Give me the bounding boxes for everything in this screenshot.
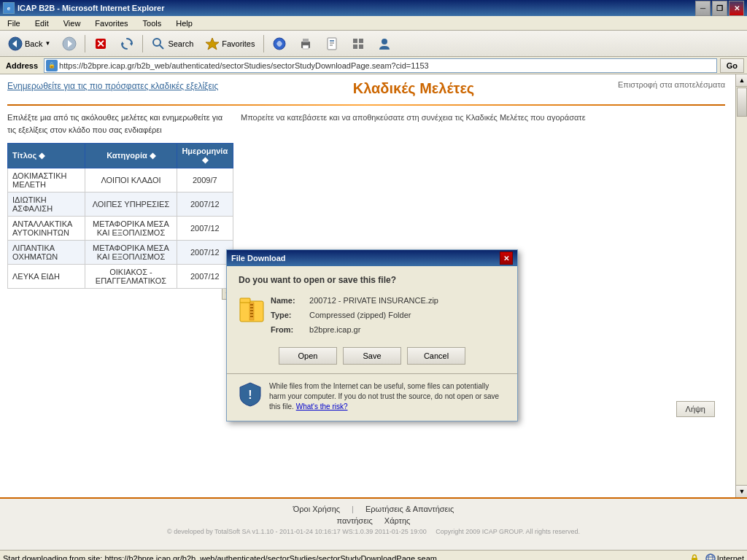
scroll-thumb[interactable] bbox=[737, 88, 747, 117]
col-date: Ημερομηνία ◆ bbox=[177, 144, 233, 168]
back-button[interactable]: Back ▼ bbox=[3, 33, 55, 55]
menu-bar: File Edit View Favorites Tools Help bbox=[0, 16, 747, 31]
zone-label: Internet bbox=[717, 554, 744, 561]
footer-links-2: παντήσεις Χάρτης bbox=[15, 516, 732, 525]
dialog-title-bar: File Download ✕ bbox=[227, 250, 517, 266]
page-icon bbox=[325, 36, 339, 51]
scroll-down-arrow[interactable]: ▼ bbox=[736, 485, 747, 497]
dialog-close-button[interactable]: ✕ bbox=[500, 252, 513, 265]
cell-date: 2007/12 bbox=[177, 192, 233, 217]
file-name-row: Name: 200712 - PRIVATE INSURANCE.zip bbox=[271, 294, 438, 308]
back-icon bbox=[8, 36, 23, 51]
dialog-separator bbox=[227, 373, 517, 374]
footer-faq-link[interactable]: Ερωτήσεις & Απαντήσεις bbox=[365, 505, 454, 513]
back-dropdown-icon[interactable]: ▼ bbox=[44, 40, 50, 47]
table-row[interactable]: ΛΕΥΚΑ ΕΙΔΗ ΟΙΚΙΑΚΟΣ - ΕΠΑΓΓΕΛΜΑΤΙΚΟΣ 200… bbox=[8, 265, 233, 289]
menu-favorites[interactable]: Favorites bbox=[90, 18, 132, 29]
shield-icon: ! bbox=[239, 381, 262, 405]
cell-date: 2007/12 bbox=[177, 265, 233, 289]
cell-title: ΑΝΤΑΛΛΑΚΤΙΚΑ ΑΥΤΟΚΙΝΗΤΩΝ bbox=[8, 217, 85, 241]
scroll-up-arrow[interactable]: ▲ bbox=[736, 74, 747, 87]
table-row[interactable]: ΔΟΚΙΜΑΣΤΙΚΗ ΜΕΛΕΤΗ ΛΟΙΠΟΙ ΚΛΑΔΟΙ 2009/7 bbox=[8, 168, 233, 192]
print-icon bbox=[298, 36, 313, 51]
table-row[interactable]: ΛΙΠΑΝΤΙΚΑ ΟΧΗΜΑΤΩΝ ΜΕΤΑΦΟΡΙΚΑ ΜΕΣΑ ΚΑΙ Ε… bbox=[8, 241, 233, 265]
back-results-link[interactable]: Επιστροφή στα αποτελέσματα bbox=[618, 80, 725, 89]
user-button[interactable] bbox=[372, 33, 397, 55]
forward-button[interactable] bbox=[57, 33, 82, 55]
table-row[interactable]: ΑΝΤΑΛΛΑΚΤΙΚΑ ΑΥΤΟΚΙΝΗΤΩΝ ΜΕΤΑΦΟΡΙΚΑ ΜΕΣΑ… bbox=[8, 217, 233, 241]
cancel-button[interactable]: Cancel bbox=[407, 347, 465, 365]
zone-indicator: Internet bbox=[705, 553, 744, 561]
address-bar: Address 🔒 https://b2bpre.icap.gr/b2b_web… bbox=[0, 57, 747, 74]
left-column: Επιλέξτε μια από τις ακόλουθες μελέτες κ… bbox=[7, 112, 233, 300]
cell-category: ΜΕΤΑΦΟΡΙΚΑ ΜΕΣΑ ΚΑΙ ΕΞΟΠΛΙΣΜΟΣ bbox=[85, 217, 177, 241]
svg-rect-14 bbox=[303, 45, 309, 49]
cell-category: ΛΟΙΠΕΣ ΥΠΗΡΕΣΙΕΣ bbox=[85, 192, 177, 217]
menu-view[interactable]: View bbox=[59, 18, 85, 29]
page-button[interactable] bbox=[320, 33, 344, 55]
page-header-row: Ενημερωθείτε για τις πιο πρόσφατες κλαδι… bbox=[7, 80, 725, 100]
footer-links: Όροι Χρήσης | Ερωτήσεις & Απαντήσεις bbox=[15, 505, 732, 513]
address-url[interactable]: https://b2bpre.icap.gr/b2b_web/authentic… bbox=[59, 61, 429, 70]
toolbar-separator-2 bbox=[142, 35, 143, 52]
stop-button[interactable]: ✕ bbox=[88, 33, 113, 55]
svg-text:✕: ✕ bbox=[96, 38, 105, 50]
svg-rect-25 bbox=[240, 298, 250, 303]
address-label: Address bbox=[3, 61, 41, 70]
file-from-value: b2bpre.icap.gr bbox=[309, 325, 360, 334]
main-scrollbar[interactable]: ▲ ▼ bbox=[735, 74, 747, 497]
warning-link[interactable]: What's the risk? bbox=[296, 402, 348, 411]
cell-date: 2007/12 bbox=[177, 241, 233, 265]
lift-button[interactable]: Λήψη bbox=[676, 401, 715, 417]
search-button[interactable]: Search bbox=[146, 33, 198, 55]
svg-rect-28 bbox=[250, 307, 253, 308]
footer-terms-link[interactable]: Όροι Χρήσης bbox=[293, 505, 340, 513]
right-text: Μπορείτε να κατεβάσετε και να αποθηκεύσα… bbox=[241, 113, 586, 122]
svg-rect-21 bbox=[353, 44, 357, 49]
cell-category: ΟΙΚΙΑΚΟΣ - ΕΠΑΓΓΕΛΜΑΤΙΚΟΣ bbox=[85, 265, 177, 289]
desc-text: Επιλέξτε μια από τις ακόλουθες μελέτες κ… bbox=[7, 112, 233, 136]
open-button[interactable]: Open bbox=[279, 347, 337, 365]
favorites-button[interactable]: Favorites bbox=[200, 33, 260, 55]
warning-text-col: While files from the Internet can be use… bbox=[269, 381, 506, 412]
svg-point-8 bbox=[153, 39, 160, 46]
menu-tools[interactable]: Tools bbox=[139, 18, 166, 29]
svg-rect-20 bbox=[359, 39, 363, 43]
menu-help[interactable]: Help bbox=[171, 18, 197, 29]
security-indicator bbox=[689, 553, 700, 561]
cell-title: ΙΔΙΩΤΙΚΗ ΑΣΦΑΛΙΣΗ bbox=[8, 192, 85, 217]
favorites-icon bbox=[205, 36, 220, 51]
cell-date: 2009/7 bbox=[177, 168, 233, 192]
status-text: Start downloading from site: https://b2b… bbox=[3, 554, 686, 561]
col-title: Τίτλος ◆ bbox=[8, 144, 85, 168]
left-link-col: Ενημερωθείτε για τις πιο πρόσφατες κλαδι… bbox=[7, 80, 233, 93]
menu-file[interactable]: File bbox=[3, 18, 25, 29]
tools-icon-button[interactable] bbox=[346, 33, 371, 55]
svg-rect-22 bbox=[359, 44, 363, 49]
footer-map-link[interactable]: Χάρτης bbox=[384, 516, 411, 525]
file-from-row: From: b2bpre.icap.gr bbox=[271, 323, 438, 338]
close-window-button[interactable]: ✕ bbox=[729, 1, 744, 16]
svg-rect-13 bbox=[303, 39, 309, 42]
table-row[interactable]: ΙΔΙΩΤΙΚΗ ΑΣΦΑΛΙΣΗ ΛΟΙΠΕΣ ΥΠΗΡΕΣΙΕΣ 2007/… bbox=[8, 192, 233, 217]
refresh-button[interactable] bbox=[115, 33, 139, 55]
dialog-file-info: Name: 200712 - PRIVATE INSURANCE.zip Typ… bbox=[239, 294, 506, 337]
svg-rect-31 bbox=[250, 316, 253, 317]
address-input-container[interactable]: 🔒 https://b2bpre.icap.gr/b2b_web/authent… bbox=[44, 58, 717, 73]
back-label: Back bbox=[25, 39, 42, 48]
dialog-title: File Download bbox=[231, 254, 286, 262]
zip-file-icon bbox=[239, 295, 262, 319]
go-button[interactable]: Go bbox=[720, 58, 744, 73]
footer-answers-link[interactable]: παντήσεις bbox=[337, 516, 373, 525]
file-from-label: From: bbox=[271, 323, 307, 338]
save-button[interactable]: Save bbox=[343, 347, 401, 365]
menu-edit[interactable]: Edit bbox=[31, 18, 53, 29]
svg-line-9 bbox=[160, 45, 163, 49]
cell-title: ΛΕΥΚΑ ΕΙΔΗ bbox=[8, 265, 85, 289]
minimize-button[interactable]: ─ bbox=[695, 1, 711, 16]
left-nav-link[interactable]: Ενημερωθείτε για τις πιο πρόσφατες κλαδι… bbox=[7, 81, 218, 91]
media-button[interactable] bbox=[267, 33, 292, 55]
dialog-buttons: Open Save Cancel bbox=[239, 347, 506, 365]
restore-button[interactable]: ❐ bbox=[712, 1, 727, 16]
print-button[interactable] bbox=[293, 33, 318, 55]
